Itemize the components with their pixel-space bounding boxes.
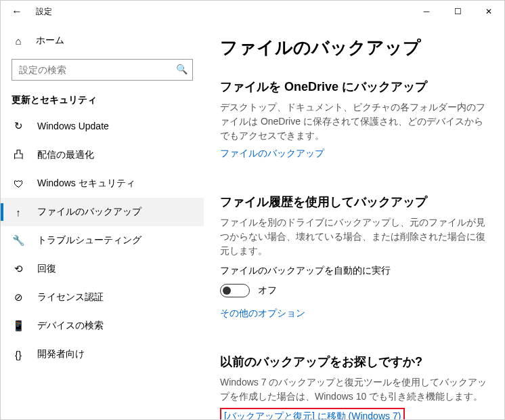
device-icon: 📱 — [12, 320, 25, 332]
settings-window: ← 設定 ─ ☐ ✕ ⌂ ホーム 🔍 更新とセキュリティ ↻ Windows U… — [1, 1, 504, 419]
home-label: ホーム — [36, 35, 64, 47]
window-body: ⌂ ホーム 🔍 更新とセキュリティ ↻ Windows Update 凸 配信の… — [1, 22, 504, 419]
window-title: 設定 — [36, 6, 52, 18]
onedrive-heading: ファイルを OneDrive にバックアップ — [220, 79, 488, 95]
sidebar-item-developers[interactable]: {} 開発者向け — [1, 340, 204, 369]
sidebar-item-label: ファイルのバックアップ — [37, 206, 141, 218]
content-pane: ファイルのバックアップ ファイルを OneDrive にバックアップ デスクトッ… — [204, 22, 504, 419]
home-icon: ⌂ — [12, 35, 25, 47]
auto-backup-toggle-row: オフ — [220, 284, 488, 297]
search-icon: 🔍 — [176, 64, 188, 75]
sidebar-item-label: ライセンス認証 — [37, 291, 104, 303]
search-input[interactable] — [12, 59, 193, 81]
titlebar: ← 設定 ─ ☐ ✕ — [1, 1, 504, 22]
recovery-icon: ⟲ — [12, 263, 25, 275]
sidebar-item-recovery[interactable]: ⟲ 回復 — [1, 255, 204, 283]
auto-backup-toggle[interactable] — [220, 284, 250, 297]
maximize-button[interactable]: ☐ — [442, 1, 473, 22]
sidebar: ⌂ ホーム 🔍 更新とセキュリティ ↻ Windows Update 凸 配信の… — [1, 22, 204, 419]
search-box: 🔍 — [12, 59, 193, 81]
onedrive-backup-link[interactable]: ファイルのバックアップ — [220, 148, 324, 160]
troubleshoot-icon: 🔧 — [12, 234, 25, 247]
sidebar-item-backup[interactable]: ↑ ファイルのバックアップ — [1, 198, 204, 226]
sidebar-item-label: Windows Update — [37, 121, 109, 131]
file-history-description: ファイルを別のドライブにバックアップし、元のファイルが見つからない場合、壊れてい… — [220, 215, 488, 258]
auto-backup-label: ファイルのバックアップを自動的に実行 — [220, 265, 488, 277]
category-header: 更新とセキュリティ — [1, 91, 204, 112]
sidebar-item-label: 回復 — [37, 263, 56, 275]
sidebar-item-label: 開発者向け — [37, 348, 85, 360]
sidebar-item-find-device[interactable]: 📱 デバイスの検索 — [1, 312, 204, 340]
sidebar-item-label: Windows セキュリティ — [37, 177, 135, 190]
backup-restore-win7-link[interactable]: [バックアップと復元] に移動 (Windows 7) — [220, 408, 405, 419]
file-history-heading: ファイル履歴を使用してバックアップ — [220, 194, 488, 210]
sidebar-item-troubleshoot[interactable]: 🔧 トラブルシューティング — [1, 226, 204, 255]
home-nav[interactable]: ⌂ ホーム — [1, 28, 204, 54]
sidebar-item-windows-update[interactable]: ↻ Windows Update — [1, 112, 204, 140]
more-options-link[interactable]: その他のオプション — [220, 308, 305, 320]
developer-icon: {} — [12, 349, 25, 360]
sidebar-item-activation[interactable]: ⊘ ライセンス認証 — [1, 283, 204, 312]
sidebar-item-windows-security[interactable]: 🛡 Windows セキュリティ — [1, 169, 204, 198]
backup-icon: ↑ — [12, 207, 25, 218]
minimize-button[interactable]: ─ — [411, 1, 442, 22]
toggle-state-label: オフ — [258, 285, 277, 297]
onedrive-description: デスクトップ、ドキュメント、ピクチャの各フォルダー内のファイルは OneDriv… — [220, 100, 488, 143]
window-controls: ─ ☐ ✕ — [411, 1, 504, 22]
sync-icon: ↻ — [12, 120, 25, 132]
page-title: ファイルのバックアップ — [220, 36, 488, 60]
sidebar-item-label: デバイスの検索 — [37, 320, 104, 332]
back-button[interactable]: ← — [6, 5, 28, 18]
shield-icon: 🛡 — [12, 178, 25, 190]
sidebar-item-delivery-optimization[interactable]: 凸 配信の最適化 — [1, 140, 204, 169]
activation-icon: ⊘ — [12, 291, 25, 303]
sidebar-item-label: 配信の最適化 — [37, 149, 94, 161]
close-button[interactable]: ✕ — [473, 1, 504, 22]
previous-backup-heading: 以前のバックアップをお探しですか? — [220, 354, 488, 370]
previous-backup-description: Windows 7 のバックアップと復元ツールを使用してバックアップを作成した場… — [220, 375, 488, 404]
delivery-icon: 凸 — [12, 148, 25, 161]
sidebar-item-label: トラブルシューティング — [37, 234, 141, 247]
